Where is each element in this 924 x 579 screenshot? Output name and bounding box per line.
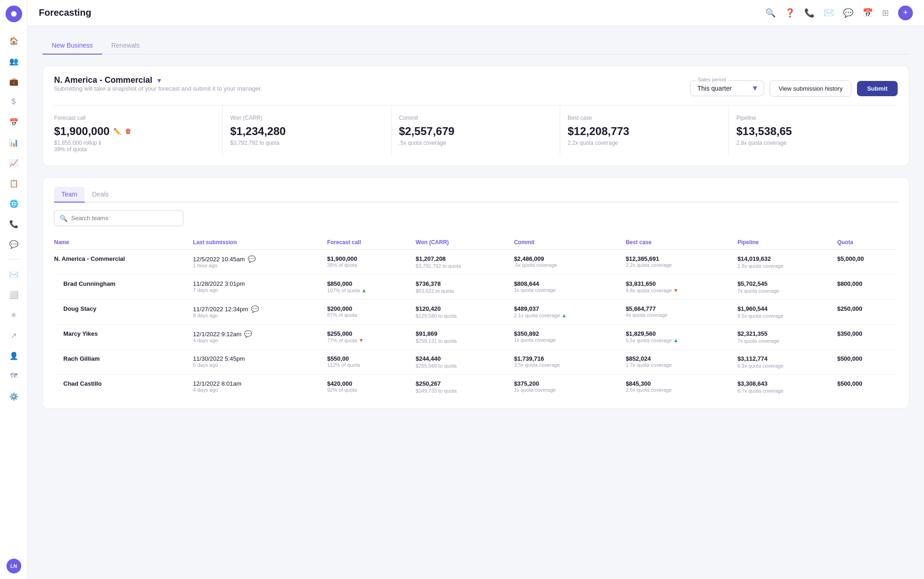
cell-submission: 11/28/2022 3:01pm7 days ago — [188, 275, 322, 300]
sidebar-item-dollar[interactable]: $ — [5, 92, 23, 111]
forecast-pct: 107% of quota ▲ — [327, 287, 405, 294]
dropdown-arrow-icon[interactable]: ▼ — [156, 77, 162, 84]
forecast-amount: $850,000 — [327, 280, 405, 287]
calendar-icon[interactable]: 📅 — [863, 8, 873, 18]
sidebar-item-send[interactable]: ✉️ — [5, 265, 23, 283]
chat-icon[interactable]: 💬 — [843, 8, 853, 18]
sidebar-item-briefcase[interactable]: 💼 — [5, 72, 23, 91]
phone-icon[interactable]: 📞 — [804, 8, 814, 18]
sidebar-item-layers[interactable]: ⬜ — [5, 285, 23, 304]
cell-quota: $5,000,00 — [832, 250, 898, 275]
sidebar-item-people[interactable]: 👥 — [5, 52, 23, 70]
sidebar-item-trending[interactable]: ↗ — [5, 326, 23, 345]
edit-icon[interactable]: ✏️ — [113, 128, 121, 135]
sidebar-item-settings[interactable]: ⚙️ — [5, 387, 23, 406]
metric-pipeline: Pipeline $13,538,65 2.8x quota coverage — [729, 105, 898, 156]
cell-commit: $489,0372.1x quota coverage ▲ — [508, 300, 620, 325]
cell-best: $3,831,6504.8x quota coverage ▼ — [620, 275, 732, 300]
forecast-pct: 87% of quota — [327, 312, 405, 318]
chat-icon[interactable]: 💬 — [244, 330, 252, 338]
sidebar-item-reports[interactable]: 📋 — [5, 174, 23, 192]
sidebar-item-star[interactable]: ✳ — [5, 306, 23, 324]
row-name-text: Marcy Yikes — [54, 330, 182, 337]
cell-won: $1,207,208$3,792,792 to quota — [410, 250, 508, 275]
cell-name[interactable]: Brad Cunningham — [54, 275, 188, 300]
metric-commit: Commit $2,557,679 .5x quota coverage — [392, 105, 560, 156]
metric-label-won: Won (CARR) — [230, 115, 384, 121]
cell-best: $5,664,7774x quota coverage — [620, 300, 732, 325]
metric-value-commit: $2,557,679 — [399, 125, 552, 138]
arrow-down-icon: ▼ — [673, 287, 679, 294]
tab-renewals[interactable]: Renewals — [102, 37, 149, 55]
sidebar-item-chat[interactable]: 💬 — [5, 235, 23, 253]
forecast-amount: $255,000 — [327, 330, 405, 337]
view-history-button[interactable]: View submission history — [770, 80, 851, 97]
row-name-text: Doug Stacy — [54, 305, 182, 312]
submission-date: 12/1/2022 8:01am — [193, 380, 316, 387]
delete-icon[interactable]: 🗑 — [125, 128, 131, 135]
tab-new-business[interactable]: New Business — [43, 37, 102, 55]
sidebar-item-calendar[interactable]: 📅 — [5, 113, 23, 131]
cell-won: $736,378$63,622 to quota — [410, 275, 508, 300]
help-icon[interactable]: ❓ — [785, 8, 795, 18]
best-amount: $845,300 — [626, 380, 727, 387]
summary-title: N. America - Commercial ▼ — [54, 75, 262, 85]
summary-header: N. America - Commercial ▼ Submitting wil… — [54, 75, 898, 101]
cell-name[interactable]: Rach Gilliam — [54, 350, 188, 375]
sidebar-item-phone[interactable]: 📞 — [5, 215, 23, 233]
commit-sub: .5x quota coverage — [514, 262, 615, 268]
info-icon: ℹ — [99, 140, 101, 146]
metric-forecast-call: Forecast call $1,900,000 ✏️ 🗑 $1,855,000… — [54, 105, 223, 156]
chat-icon[interactable]: 💬 — [251, 305, 259, 313]
sidebar-item-home[interactable]: 🏠 — [5, 31, 23, 50]
mail-icon[interactable]: ✉️ — [824, 8, 834, 18]
search-wrapper: 🔍 — [54, 210, 184, 226]
won-amount: $120,420 — [416, 305, 503, 312]
best-sub: 4x quota coverage — [626, 312, 727, 318]
col-last-submission: Last submission — [188, 235, 322, 250]
user-avatar[interactable]: LN — [6, 559, 21, 573]
chat-icon[interactable]: 💬 — [248, 255, 256, 263]
sidebar-item-globe[interactable]: 🌐 — [5, 194, 23, 213]
add-button[interactable]: + — [898, 6, 913, 20]
col-won-carr: Won (CARR) — [410, 235, 508, 250]
col-name: Name — [54, 235, 188, 250]
cell-best: $845,3002.5x quota coverage — [620, 375, 732, 400]
sidebar-item-forecast[interactable]: 📈 — [5, 154, 23, 172]
cell-commit: $2,486,009.5x quota coverage — [508, 250, 620, 275]
app-logo[interactable] — [6, 6, 22, 22]
grid-icon[interactable]: ⊞ — [882, 8, 889, 18]
won-sub: $3,792,792 to quota — [416, 263, 503, 269]
row-name-text: Brad Cunningham — [54, 280, 182, 287]
cell-name[interactable]: Doug Stacy — [54, 300, 188, 325]
cell-submission: 12/5/2022 10:45am 💬1 hour ago — [188, 250, 322, 275]
search-input[interactable] — [54, 210, 184, 226]
cell-best: $12,385,6912.2x quota coverage — [620, 250, 732, 275]
search-icon: 🔍 — [60, 215, 67, 222]
submission-ago: 8 days ago — [193, 313, 316, 318]
tab-deals[interactable]: Deals — [85, 187, 116, 203]
cell-submission: 12/1/2022 9:12am 💬4 days ago — [188, 325, 322, 350]
cell-commit: $350,8921x quota coverage — [508, 325, 620, 350]
cell-name[interactable]: N. America - Commercial — [54, 250, 188, 275]
sidebar-item-analytics[interactable]: 📊 — [5, 133, 23, 152]
best-amount: $12,385,691 — [626, 255, 727, 262]
col-commit: Commit — [508, 235, 620, 250]
metric-sub-forecast: $1,855,000 rollup ℹ — [54, 140, 215, 146]
metric-sub-pipeline: 2.8x quota coverage — [736, 140, 890, 146]
best-sub: 2.5x quota coverage — [626, 387, 727, 393]
cell-name[interactable]: Chad Castillo — [54, 375, 188, 400]
cell-quota: $350,000 — [832, 325, 898, 350]
row-name-text: Rach Gilliam — [54, 355, 182, 362]
page-title: Forecasting — [39, 7, 758, 18]
tab-team[interactable]: Team — [54, 187, 85, 203]
submit-button[interactable]: Submit — [857, 81, 898, 96]
sidebar-item-map[interactable]: 🗺 — [5, 367, 23, 385]
sidebar-item-team2[interactable]: 👤 — [5, 346, 23, 365]
search-icon[interactable]: 🔍 — [765, 8, 776, 18]
cell-name[interactable]: Marcy Yikes — [54, 325, 188, 350]
sales-period-wrapper: Sales period This quarter ▼ — [690, 80, 764, 96]
metric-sub-commit: .5x quota coverage — [399, 140, 552, 146]
best-sub: 1.7x quota coverage — [626, 362, 727, 368]
sales-period-select[interactable]: This quarter — [690, 80, 764, 96]
